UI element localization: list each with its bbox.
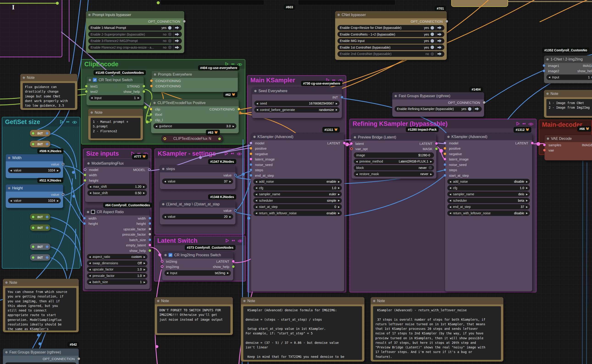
block-knob[interactable] <box>429 166 432 169</box>
widget-aspect-ratio[interactable]: ◀aspect_ratiocustom▶ <box>87 254 147 260</box>
bypass-toggle-row[interactable] <box>5 362 76 364</box>
decrement-arrow-icon[interactable]: ◀ <box>449 212 451 214</box>
output-port-value[interactable] <box>234 174 237 176</box>
collapse-toggle[interactable] <box>32 256 34 259</box>
node-note-flux-guidance[interactable]: NoteFlux guidance can drastically change… <box>20 74 78 110</box>
input-port-latent_image[interactable] <box>250 158 252 160</box>
pin-group-icon[interactable] <box>66 118 70 126</box>
widget-value[interactable]: ◀value1024▶ <box>8 198 61 203</box>
node-header[interactable]: Fast Groups Bypasser (rgthree) <box>392 92 484 99</box>
bypass-arrow-button[interactable] <box>436 45 444 50</box>
increment-arrow-icon[interactable]: ▶ <box>57 169 59 172</box>
decrement-arrow-icon[interactable]: ◀ <box>255 193 257 195</box>
output-port[interactable] <box>46 216 48 218</box>
input-port-height[interactable] <box>84 179 86 182</box>
output-port-conditioning[interactable] <box>238 108 240 110</box>
pin-group-icon[interactable] <box>231 237 236 244</box>
output-port-latent[interactable] <box>232 260 234 262</box>
input-port-negative[interactable] <box>444 152 446 155</box>
increment-arrow-icon[interactable]: ▶ <box>526 193 528 195</box>
bypass-arrow-button[interactable] <box>474 106 482 112</box>
decrement-arrow-icon[interactable]: ◀ <box>449 193 451 195</box>
node-int-collapsed-3[interactable]: INT <box>30 213 51 220</box>
node-header[interactable]: KSampler (Advanced) <box>251 133 344 140</box>
node-header[interactable]: Note <box>20 74 77 81</box>
output-port[interactable] <box>46 143 48 145</box>
output-port-value[interactable] <box>62 163 65 165</box>
increment-arrow-icon[interactable]: ▶ <box>227 272 229 274</box>
widget-sampler-name[interactable]: ◀sampler_nameeuler▶ <box>253 191 342 197</box>
note-text[interactable]: You can choose from which source you are… <box>5 288 76 331</box>
output-port-opt_connection[interactable] <box>483 101 485 104</box>
bypass-toggle-row[interactable]: Enable Crop+Resize for CNet (bypassable)… <box>338 25 444 31</box>
output-port-show_help[interactable] <box>232 266 234 268</box>
decrement-arrow-icon[interactable]: ◀ <box>449 199 451 202</box>
increment-arrow-icon[interactable]: ▶ <box>143 274 145 277</box>
widget-seed[interactable]: ◀seed16766982949567▶ <box>254 101 339 106</box>
output-port-show_help[interactable] <box>149 249 151 252</box>
bypass-arrow-button[interactable] <box>174 45 182 50</box>
node-int-collapsed-6[interactable]: INT <box>30 254 51 261</box>
bypass-arrow-button[interactable] <box>436 31 444 37</box>
widget-input[interactable]: ◀Input1▶ <box>89 95 142 101</box>
decrement-arrow-icon[interactable]: ◀ <box>89 256 91 258</box>
decrement-arrow-icon[interactable]: ◀ <box>89 274 91 277</box>
collapse-toggle[interactable] <box>32 246 34 248</box>
bypass-toggle-row[interactable]: Enable ControlNets - 1+2 (bypassable)yes <box>338 31 444 37</box>
bypass-arrow-button[interactable] <box>174 38 182 44</box>
bypass-toggle-row[interactable]: Enable 1st ControlNet (bypassable)yes <box>338 45 444 50</box>
input-port-noise_seed[interactable] <box>250 163 252 166</box>
collapse-toggle[interactable] <box>32 132 34 135</box>
node-note-clipencode[interactable]: Note1 - Manual prompt + S.prompt 2 - Flo… <box>88 109 143 140</box>
node-int-collapsed-2[interactable]: INT <box>30 141 51 147</box>
input-port-width[interactable] <box>84 174 86 176</box>
increment-arrow-icon[interactable]: ▶ <box>338 212 340 214</box>
output-port-prescale_factor[interactable] <box>149 233 151 236</box>
increment-arrow-icon[interactable]: ▶ <box>143 281 145 283</box>
increment-arrow-icon[interactable]: ▶ <box>229 215 231 218</box>
decrement-arrow-icon[interactable]: ◀ <box>10 169 12 172</box>
decrement-arrow-icon[interactable]: ◀ <box>89 262 91 264</box>
play-group-icon[interactable] <box>225 237 229 244</box>
node-header[interactable]: Preview Bridge (Latent) <box>351 134 436 141</box>
input-port-text1[interactable] <box>85 85 88 87</box>
node-header[interactable]: KSampler (Advanced) <box>445 133 532 140</box>
node-height-node[interactable]: Heightvalue◀value1024▶ <box>6 184 63 208</box>
increment-arrow-icon[interactable]: ▶ <box>143 268 145 271</box>
widget-control-before-generate[interactable]: ◀control_before_generaterandomize▶ <box>254 107 339 113</box>
decrement-arrow-icon[interactable]: ◀ <box>356 160 358 163</box>
input-port-model[interactable] <box>84 168 86 171</box>
input-port-steps[interactable] <box>444 169 446 171</box>
output-port-upscale_factor[interactable] <box>149 228 151 230</box>
decrement-arrow-icon[interactable]: ◀ <box>91 97 93 99</box>
decrement-arrow-icon[interactable]: ◀ <box>156 125 157 127</box>
widget-block[interactable]: blocknever <box>354 165 434 170</box>
widget-start-at-step[interactable]: ◀start_at_step0▶ <box>253 204 342 209</box>
node-header[interactable]: CNet bypasser <box>335 11 447 18</box>
node-cliptextencodeflux-n[interactable]: CLIPTextEncodeFlux N <box>161 135 223 142</box>
node-header[interactable]: Note <box>371 297 503 304</box>
increment-arrow-icon[interactable]: ▶ <box>338 187 340 189</box>
node-header[interactable]: 1-CNet \ 2-Img2Img <box>544 56 592 63</box>
output-port-opt_connection[interactable] <box>183 20 185 22</box>
widget-scheduler[interactable]: ◀schedulersimple▶ <box>253 198 342 203</box>
decrement-arrow-icon[interactable]: ◀ <box>255 206 257 208</box>
widget-end-at-step[interactable]: ◀end_at_step37▶ <box>447 204 530 209</box>
bypass-toggle-row[interactable]: Enable 2nd ControlNet (bypassable)no <box>338 51 444 57</box>
input-port-noise_seed[interactable] <box>444 163 446 166</box>
output-port[interactable] <box>46 246 48 248</box>
widget-cfg[interactable]: ◀cfg1.0▶ <box>447 185 530 191</box>
increment-arrow-icon[interactable]: ▶ <box>526 187 528 189</box>
note-text[interactable]: Flux guidance can drastically change ima… <box>23 83 75 108</box>
input-port-start_at_step[interactable] <box>444 174 446 176</box>
bypass-toggle-row[interactable]: Enable Refining KSampler (bypassable)yes <box>395 106 482 112</box>
increment-arrow-icon[interactable]: ▶ <box>336 108 338 111</box>
decrement-arrow-icon[interactable]: ◀ <box>164 180 166 183</box>
node-fast-groups-bypasser-bottom[interactable]: Fast Groups Bypasser (rgthree)OPT_CONNEC… <box>3 348 79 364</box>
toggle-knob[interactable] <box>431 46 434 49</box>
output-port-model[interactable] <box>148 168 151 171</box>
increment-arrow-icon[interactable]: ▶ <box>338 199 340 202</box>
increment-arrow-icon[interactable]: ▶ <box>143 262 145 264</box>
collapse-toggle[interactable] <box>32 227 34 229</box>
node-header[interactable]: CR Aspect Ratio <box>85 208 150 215</box>
